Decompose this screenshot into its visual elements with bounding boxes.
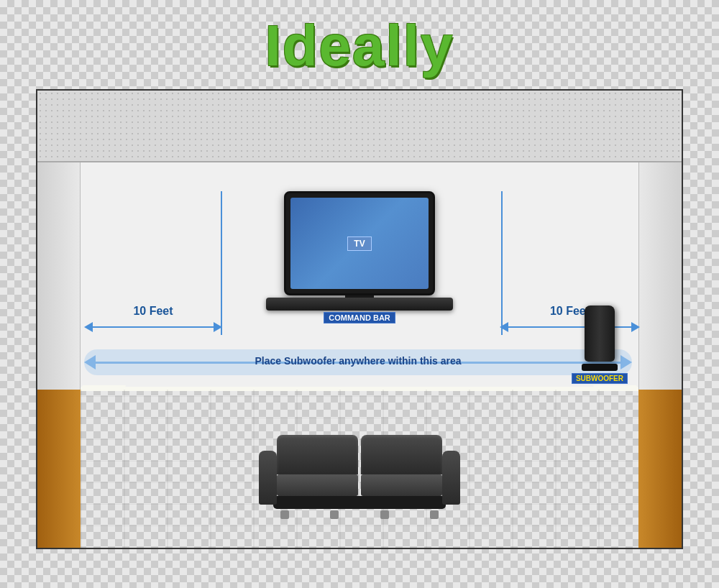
tv-label: TV	[347, 236, 371, 251]
right-wall	[638, 162, 682, 390]
soundbar-body	[266, 298, 453, 311]
arrow-line-left	[93, 326, 214, 328]
sofa-leg-4	[430, 510, 439, 519]
room-container: TV COMMAND BAR 10 Feet 10 Feet	[36, 89, 683, 549]
sofa-leg-3	[380, 510, 389, 519]
arrow-head-right-2	[631, 322, 640, 332]
arrow-head-left-2	[500, 322, 508, 332]
sofa-cushion-back-1	[277, 435, 358, 474]
arrow-head-right-1	[214, 322, 222, 332]
sofa-arm-right	[442, 451, 460, 505]
sofa-seat-cushion-1	[277, 474, 358, 496]
subwoofer-label: SUBWOOFER	[572, 373, 628, 384]
sofa-wrapper	[259, 435, 460, 519]
vline-left	[221, 191, 222, 335]
room-interior: TV COMMAND BAR 10 Feet 10 Feet	[37, 162, 682, 548]
page-title: Ideally	[0, 0, 719, 89]
subwoofer-wrapper: SUBWOOFER	[572, 306, 628, 384]
left-distance-arrow: 10 Feet	[84, 322, 222, 332]
sofa-legs	[259, 510, 460, 519]
soundbar: COMMAND BAR	[266, 298, 453, 323]
left-wall	[37, 162, 81, 390]
vline-right	[501, 191, 503, 335]
tv-screen: TV	[290, 198, 429, 289]
subwoofer-body	[585, 306, 615, 362]
subwoofer-placement-arrow: Place Subwoofer anywhere within this are…	[84, 355, 632, 369]
sofa-back	[277, 435, 442, 474]
subwoofer-placement-label: Place Subwoofer anywhere within this are…	[255, 355, 461, 367]
command-bar-label: COMMAND BAR	[324, 312, 395, 323]
sofa-leg-2	[330, 510, 339, 519]
sofa	[259, 435, 460, 519]
subwoofer-base	[582, 364, 618, 371]
tv-outer: TV	[284, 191, 435, 295]
arrow-head-left-1	[84, 322, 93, 332]
sofa-cushion-back-2	[361, 435, 442, 474]
sofa-base	[273, 496, 446, 509]
sofa-arm-left	[259, 451, 277, 505]
sofa-seat-cushion-2	[361, 474, 442, 496]
tv-wrapper: TV	[284, 191, 435, 301]
left-distance-label: 10 Feet	[133, 305, 173, 318]
sofa-seat	[277, 474, 442, 496]
sofa-leg-1	[280, 510, 289, 519]
ceiling	[37, 91, 682, 162]
